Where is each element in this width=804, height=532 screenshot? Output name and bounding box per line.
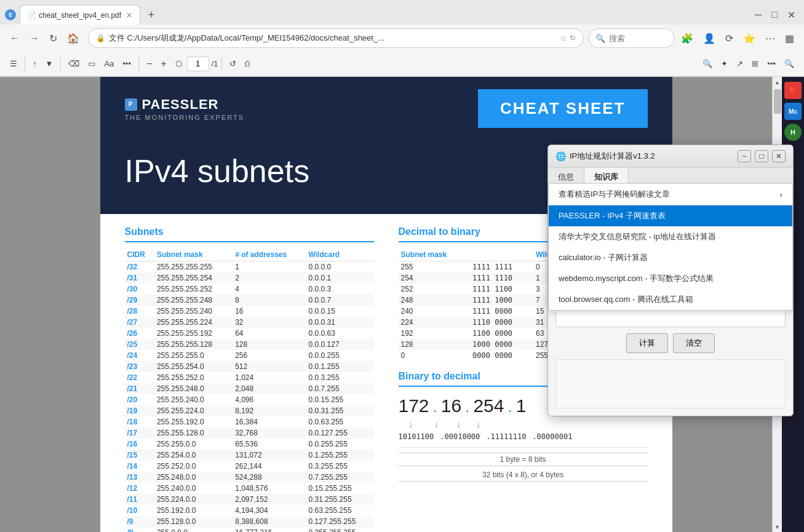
stamp-btn[interactable]: ✦	[717, 57, 731, 70]
font-btn[interactable]: Aa	[100, 57, 117, 70]
subnet-cell: 255.254.0.0	[154, 450, 233, 461]
fw-dropdown-item-5[interactable]: webdemo.myscript.com - 手写数学公式结果	[549, 268, 792, 289]
page-number-input[interactable]: 1	[187, 57, 209, 71]
fw-clear-button[interactable]: 清空	[673, 333, 715, 353]
subnet-cell: 8,388,608	[233, 516, 306, 527]
favorites-button[interactable]: ⭐	[739, 30, 759, 47]
sidebar-icon-blue[interactable]: Mc	[784, 103, 802, 120]
page-total: /1	[212, 59, 218, 68]
search-bar[interactable]: 🔍	[589, 28, 675, 48]
lock-icon: 🔒	[96, 34, 105, 42]
fit-btn[interactable]: ⬡	[172, 57, 186, 70]
fw-dropdown: 查看精选IP与子网掩码解读文章 › PAESSLER - IPv4 子网速查表 …	[548, 183, 793, 311]
fw-dropdown-item-6[interactable]: tool.browser.qq.com - 腾讯在线工具箱	[549, 289, 792, 310]
tab-close-button[interactable]: ✕	[126, 11, 132, 20]
active-tab[interactable]: 📄 cheat_sheet_ipv4_en.pdf ✕	[20, 5, 140, 25]
subnet-cell: 1,024	[233, 372, 306, 383]
table-row: /23255.255.254.05120.0.1.255	[125, 361, 374, 372]
fw-dropdown-item-3[interactable]: 清华大学交叉信息研究院 - ip地址在线计算器	[549, 226, 792, 247]
rotate-btn[interactable]: ↺	[226, 57, 240, 70]
sidebar-button[interactable]: ▦	[781, 30, 798, 47]
profile-button[interactable]: 👤	[699, 30, 719, 47]
subnet-cell: 0.1.255.255	[306, 450, 374, 461]
btod-notes: 1 byte = 8 bits 32 bits (4 x 8), or 4 by…	[399, 447, 648, 482]
dbin-col-1: Subnet mask	[399, 248, 471, 261]
pdf-toolbar: ☰ ↑ ▼ ⌫ ▭ Aa ••• − + ⬡ 1 /1 ↺ ⎙ 🔍 ✦ ↗ ⊞ …	[0, 52, 804, 76]
toolbar-menu-btn[interactable]: ☰	[6, 57, 21, 70]
more-tools-btn[interactable]: •••	[119, 57, 135, 70]
fw-minimize-button[interactable]: −	[738, 150, 751, 162]
maximize-button[interactable]: □	[768, 7, 781, 23]
more-btn[interactable]: •••	[763, 57, 779, 70]
nav-bar: ← → ↻ 🏠 🔒 文件 C:/Users/胡成龙/AppData/Local/…	[0, 25, 804, 52]
extensions-button[interactable]: 🧩	[677, 30, 697, 47]
minimize-button[interactable]: ─	[751, 7, 765, 23]
col-wildcard: Wildcard	[306, 248, 374, 261]
refresh-icon[interactable]: ↻	[570, 34, 576, 42]
table-row: /20255.255.240.04,0960.0.15.255	[125, 394, 374, 405]
highlight-btn[interactable]: ▼	[42, 57, 57, 70]
subnet-cell: 255.255.255.192	[154, 328, 233, 339]
sidebar-icon-red[interactable]: 🔴	[784, 82, 802, 99]
logo-name: PAESSLER	[142, 97, 219, 113]
scroll-down-button[interactable]: ▼	[774, 524, 780, 530]
subnet-cell: /24	[125, 350, 154, 361]
subnet-cell: /26	[125, 328, 154, 339]
subnet-cell: 4,096	[233, 394, 306, 405]
subnet-cell: 255.255.255.128	[154, 339, 233, 350]
fw-dropdown-item-1[interactable]: 查看精选IP与子网掩码解读文章 ›	[549, 184, 792, 205]
subnet-cell: 255.255.254.0	[154, 361, 233, 372]
search-icon: 🔍	[595, 34, 605, 43]
forward-button[interactable]: →	[26, 30, 43, 46]
fw-subnet-input[interactable]	[555, 309, 786, 327]
dbin-cell: 192	[399, 328, 471, 339]
fw-dropdown-item-2[interactable]: PAESSLER - IPv4 子网速查表	[549, 205, 792, 226]
fw-calculate-button[interactable]: 计算	[626, 333, 668, 353]
address-bar[interactable]: 🔒 文件 C:/Users/胡成龙/AppData/Local/Temp/_ME…	[88, 28, 584, 48]
subnet-cell: 0.0.0.7	[306, 295, 374, 306]
menu-button[interactable]: ⋯	[762, 30, 779, 47]
btod-note2: 32 bits (4 x 8), or 4 bytes	[399, 469, 648, 482]
search-input[interactable]	[609, 34, 658, 43]
sidebar-icon-green[interactable]: H	[784, 124, 802, 141]
dbin-cell: 1111 0000	[470, 306, 533, 317]
dbin-cell: 1111 1111	[470, 261, 533, 273]
zoom-search-btn[interactable]: 🔍	[781, 57, 798, 70]
scroll-thumb[interactable]	[774, 89, 781, 114]
back-button[interactable]: ←	[6, 30, 23, 46]
bookmark-icon[interactable]: ☆	[560, 34, 567, 43]
window-controls: ─ □ ✕	[751, 7, 799, 23]
close-window-button[interactable]: ✕	[784, 7, 799, 23]
add-text-btn[interactable]: ▭	[84, 57, 99, 70]
scroll-up-button[interactable]: ▲	[774, 79, 780, 85]
col-cidr: CIDR	[125, 248, 154, 261]
subnet-cell: 0.127.255.255	[306, 516, 374, 527]
search-toolbar-btn[interactable]: 🔍	[699, 57, 716, 70]
fw-close-button[interactable]: ✕	[772, 150, 786, 162]
left-column: Subnets CIDR Subnet mask # of addresses …	[125, 226, 374, 532]
subnet-cell: 255.255.255.240	[154, 306, 233, 317]
zoom-out-btn[interactable]: −	[143, 57, 156, 71]
eraser-btn[interactable]: ⌫	[65, 57, 83, 70]
zoom-in-btn[interactable]: +	[157, 57, 170, 71]
sync-button[interactable]: ⟳	[722, 30, 737, 47]
home-button[interactable]: 🏠	[63, 30, 83, 47]
subnet-cell: 2	[233, 272, 306, 284]
btod-bin-4: .00000001	[532, 432, 572, 441]
subnet-cell: 0.0.0.0	[306, 261, 374, 273]
subnet-cell: 255.224.0.0	[154, 494, 233, 505]
subnet-cell: 4	[233, 284, 306, 295]
fw-maximize-button[interactable]: □	[755, 150, 768, 162]
cursor-btn[interactable]: ↑	[29, 57, 41, 70]
fw-dropdown-item-4[interactable]: calculator.io - 子网计算器	[549, 247, 792, 268]
share-btn[interactable]: ↗	[733, 57, 747, 70]
subnet-cell: /31	[125, 272, 154, 284]
subnet-cell: 0.0.0.63	[306, 328, 374, 339]
refresh-button[interactable]: ↻	[46, 30, 61, 47]
subnet-cell: /23	[125, 361, 154, 372]
new-tab-button[interactable]: +	[143, 6, 160, 23]
print-btn[interactable]: ⎙	[241, 57, 253, 70]
subnet-cell: 0.0.3.255	[306, 372, 374, 383]
view-btn[interactable]: ⊞	[748, 57, 762, 70]
subnet-cell: /14	[125, 461, 154, 472]
